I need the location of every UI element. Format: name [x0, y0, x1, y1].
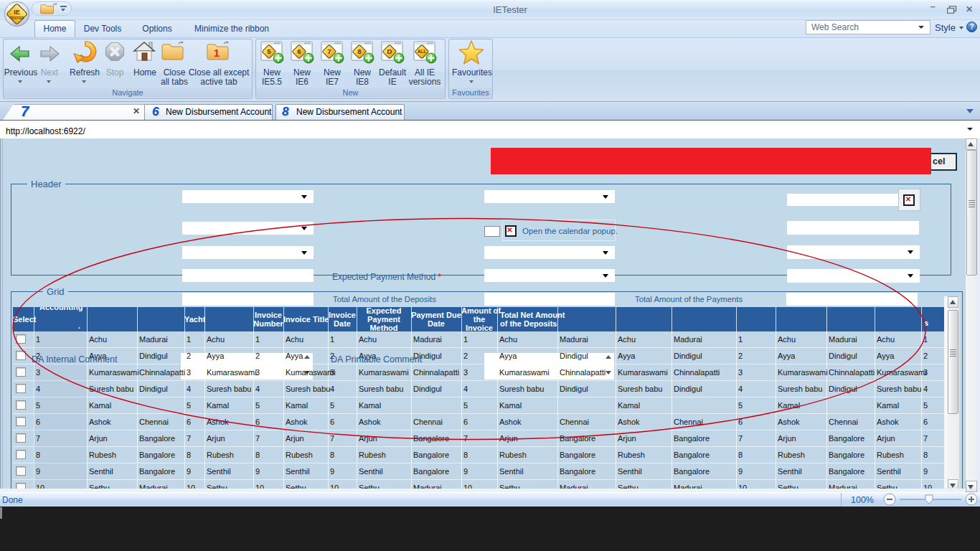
svg-text:1: 1 — [214, 47, 220, 59]
svg-text:TESTER: TESTER — [10, 16, 24, 20]
svg-text:6: 6 — [297, 47, 301, 55]
svg-text:7: 7 — [327, 47, 331, 55]
svg-text:5: 5 — [267, 47, 271, 55]
svg-text:?: ? — [969, 23, 974, 31]
svg-text:IE: IE — [14, 9, 20, 16]
svg-text:8: 8 — [357, 47, 361, 55]
svg-text:D: D — [387, 47, 392, 55]
svg-text:ALL: ALL — [418, 49, 427, 54]
